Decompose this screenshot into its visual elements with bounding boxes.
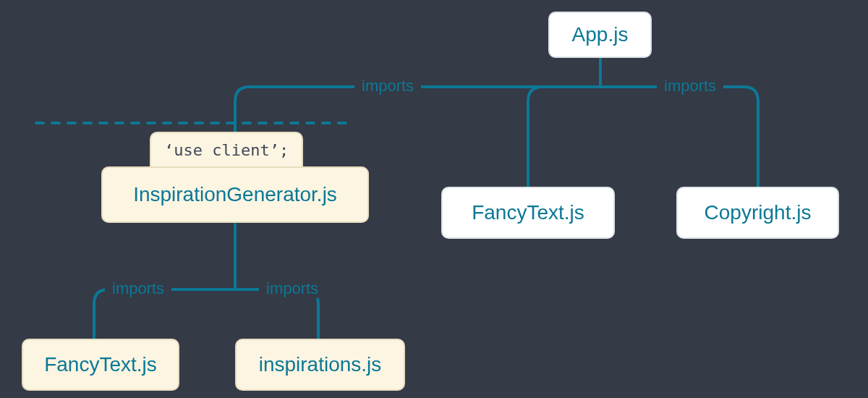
node-app: App.js	[548, 12, 652, 58]
connector-app-to-copyright	[600, 87, 758, 188]
edge-label-app-inspiration: imports	[354, 77, 421, 96]
node-copyright: Copyright.js	[676, 187, 839, 239]
node-fancytext-right: FancyText.js	[441, 187, 615, 239]
node-inspiration-generator: InspirationGenerator.js	[101, 166, 369, 223]
edge-label-ig-fancytext: imports	[105, 279, 171, 298]
connector-app-to-fancytext	[528, 87, 600, 188]
node-fancytext-left: FancyText.js	[22, 339, 179, 391]
edge-label-ig-inspirations: imports	[259, 279, 326, 298]
use-client-directive: ‘use client’;	[150, 132, 303, 167]
edge-label-app-copyright: imports	[657, 77, 723, 96]
node-inspirations: inspirations.js	[235, 339, 405, 391]
